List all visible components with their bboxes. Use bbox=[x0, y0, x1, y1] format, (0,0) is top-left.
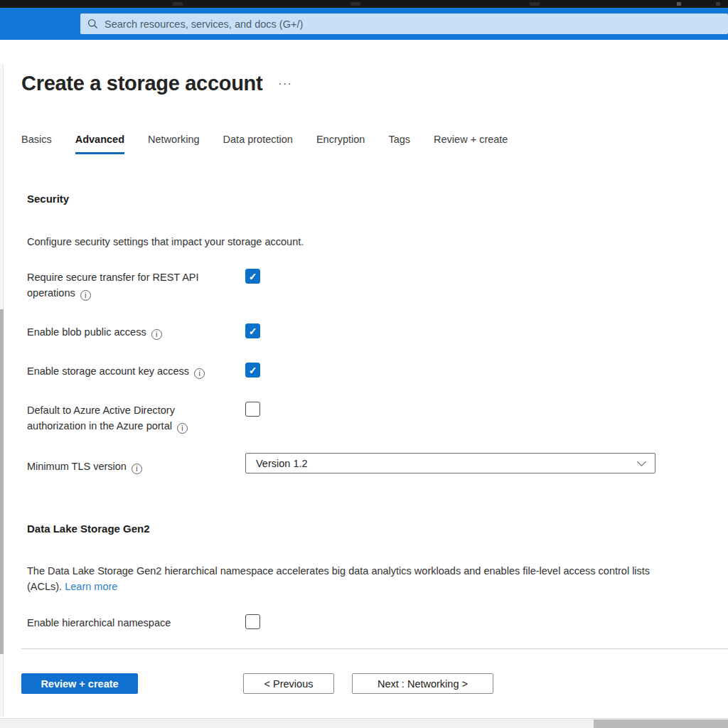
wizard-tabs: Basics Advanced Networking Data protecti… bbox=[21, 134, 508, 154]
field-enable-blob-public-access: Enable blob public accessi ✓ bbox=[27, 324, 260, 340]
enable-blob-public-access-checkbox[interactable]: ✓ bbox=[245, 323, 260, 338]
info-icon[interactable]: i bbox=[132, 464, 142, 474]
field-label: Minimum TLS versioni bbox=[27, 459, 245, 474]
search-input[interactable] bbox=[105, 18, 721, 30]
more-options-icon[interactable]: ··· bbox=[278, 77, 292, 91]
data-lake-section-heading: Data Lake Storage Gen2 bbox=[27, 523, 150, 535]
require-secure-transfer-checkbox[interactable]: ✓ bbox=[245, 269, 260, 284]
global-search[interactable] bbox=[80, 14, 728, 34]
vertical-scrollbar-thumb[interactable] bbox=[0, 309, 4, 654]
horizontal-scrollbar-track[interactable] bbox=[0, 718, 728, 728]
check-icon: ✓ bbox=[249, 365, 257, 375]
check-icon: ✓ bbox=[249, 272, 257, 282]
chrome-mark bbox=[350, 2, 360, 6]
data-lake-description-text: The Data Lake Storage Gen2 hierarchical … bbox=[27, 565, 650, 592]
field-label-text: Require secure transfer for REST API ope… bbox=[27, 272, 199, 299]
enable-storage-account-key-access-checkbox[interactable]: ✓ bbox=[245, 363, 260, 378]
enable-hierarchical-namespace-checkbox[interactable]: ✓ bbox=[245, 614, 260, 629]
search-icon bbox=[87, 18, 98, 29]
page-title: Create a storage account bbox=[21, 72, 262, 95]
review-create-button[interactable]: Review + create bbox=[21, 673, 138, 694]
default-aad-authorization-checkbox[interactable]: ✓ bbox=[245, 402, 260, 417]
vertical-scrollbar-track[interactable] bbox=[0, 64, 4, 717]
chrome-mark bbox=[677, 2, 681, 6]
minimum-tls-version-select[interactable]: Version 1.2 bbox=[245, 453, 655, 473]
field-default-aad-authorization: Default to Azure Active Directory author… bbox=[27, 402, 260, 434]
field-minimum-tls-version: Minimum TLS versioni bbox=[27, 459, 245, 474]
portal-top-bar bbox=[0, 8, 728, 40]
field-label: Enable blob public accessi bbox=[27, 324, 245, 340]
tab-tags[interactable]: Tags bbox=[388, 134, 410, 154]
tab-advanced[interactable]: Advanced bbox=[75, 134, 124, 154]
field-label: Enable storage account key accessi bbox=[27, 363, 245, 379]
footer-divider bbox=[21, 648, 728, 649]
security-section-description: Configure security settings that impact … bbox=[27, 234, 304, 250]
tab-data-protection[interactable]: Data protection bbox=[223, 134, 293, 154]
chevron-down-icon bbox=[637, 457, 646, 466]
browser-chrome-bar bbox=[0, 0, 728, 8]
info-icon[interactable]: i bbox=[194, 368, 205, 379]
check-icon: ✓ bbox=[249, 326, 257, 336]
field-label-text: Default to Azure Active Directory author… bbox=[27, 405, 175, 432]
tab-review-create[interactable]: Review + create bbox=[434, 134, 508, 154]
field-require-secure-transfer: Require secure transfer for REST API ope… bbox=[27, 269, 260, 301]
chrome-mark bbox=[716, 2, 720, 6]
chrome-mark bbox=[173, 2, 183, 6]
tab-basics[interactable]: Basics bbox=[21, 134, 52, 154]
field-label: Enable hierarchical namespace bbox=[27, 615, 245, 631]
field-label: Require secure transfer for REST API ope… bbox=[27, 269, 245, 301]
chrome-mark bbox=[530, 2, 540, 6]
tab-encryption[interactable]: Encryption bbox=[316, 134, 365, 154]
field-enable-storage-account-key-access: Enable storage account key accessi ✓ bbox=[27, 363, 260, 379]
horizontal-scrollbar-thumb[interactable] bbox=[594, 719, 728, 728]
selected-tls-version: Version 1.2 bbox=[256, 458, 638, 469]
data-lake-section-description: The Data Lake Storage Gen2 hierarchical … bbox=[27, 563, 653, 594]
field-label-text: Enable blob public access bbox=[27, 326, 146, 338]
field-label-text: Enable storage account key access bbox=[27, 365, 189, 377]
info-icon[interactable]: i bbox=[177, 423, 188, 434]
field-label: Default to Azure Active Directory author… bbox=[27, 402, 245, 434]
security-section-heading: Security bbox=[27, 193, 69, 205]
field-enable-hierarchical-namespace: Enable hierarchical namespace ✓ bbox=[27, 615, 260, 631]
tab-networking[interactable]: Networking bbox=[148, 134, 200, 154]
next-networking-button[interactable]: Next : Networking > bbox=[352, 673, 493, 694]
info-icon[interactable]: i bbox=[151, 329, 162, 340]
info-icon[interactable]: i bbox=[80, 290, 91, 301]
learn-more-link[interactable]: Learn more bbox=[65, 581, 117, 592]
azure-portal-window: Create a storage account ··· Basics Adva… bbox=[0, 0, 728, 728]
field-label-text: Minimum TLS version bbox=[27, 461, 127, 472]
previous-button[interactable]: < Previous bbox=[243, 673, 334, 694]
field-label-text: Enable hierarchical namespace bbox=[27, 617, 171, 628]
